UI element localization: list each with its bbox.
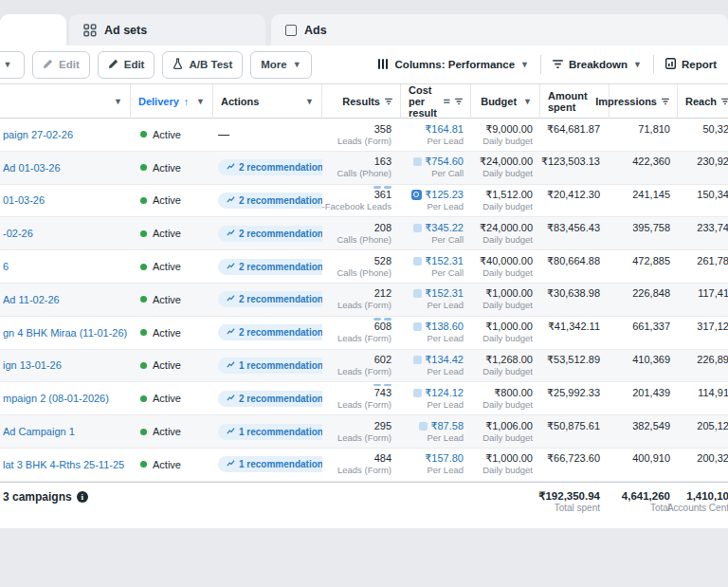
campaign-name-link[interactable]: Ad Campaign 1 [3, 426, 75, 437]
amount-spent-cell: ₹80,664.88 [540, 250, 610, 283]
cost-value-row: ₹345.22 [413, 222, 464, 234]
cost-bar-icon [413, 389, 422, 397]
tab-ads-label: Ads [304, 24, 327, 37]
table-row[interactable]: lat 3 BHK 4-Rths 25-11-25Active1 recomme… [0, 449, 728, 482]
amount-spent-value: ₹83,456.43 [547, 222, 600, 234]
cost-unit-label: Per Call [431, 234, 464, 246]
table-row[interactable]: -02-26Active2 recommendations208Calls (P… [0, 217, 728, 250]
cost-value[interactable]: ₹152.31 [425, 255, 464, 267]
recommendations-badge[interactable]: 2 recommendations [218, 226, 322, 242]
table-row[interactable]: paign 27-02-26Active—358Leads (Form)₹164… [0, 119, 728, 152]
campaign-name-link[interactable]: 6 [3, 261, 9, 272]
recommendations-badge[interactable]: 2 recommendations [218, 159, 322, 175]
delivery-cell: Active [131, 152, 213, 184]
funnel-icon [553, 59, 563, 71]
table-row[interactable]: mpaign 2 (08-01-2026)Active2 recommendat… [0, 382, 728, 415]
reach-cell: 317,12 [678, 317, 728, 349]
edit-button-disabled[interactable]: Edit [32, 51, 90, 79]
table-row[interactable]: Ad 11-02-26Active2 recommendations212Lea… [0, 284, 728, 317]
budget-type-label: Daily budget [482, 333, 533, 344]
cost-value[interactable]: ₹345.22 [425, 222, 464, 234]
results-type-label: Leads (Form) [337, 366, 391, 377]
report-button[interactable]: Report [653, 55, 728, 74]
toolbar: ▼ Edit Edit A/B Test More ▼ Columns: Per… [0, 46, 728, 83]
table-row[interactable]: gn 4 BHK Miraa (11-01-26)Active2 recomme… [0, 317, 728, 350]
cost-value[interactable]: ₹125.23 [425, 189, 464, 201]
recommendations-badge[interactable]: 2 recommendations [218, 193, 322, 209]
active-status-dot-icon [140, 197, 147, 204]
column-header-budget[interactable]: Budget ▼ [471, 84, 540, 119]
trend-up-icon [227, 195, 235, 206]
results-type-label: On-Facebook Leads [322, 201, 391, 212]
cost-value[interactable]: ₹134.42 [425, 354, 464, 366]
dropdown-button[interactable]: ▼ [0, 51, 25, 79]
recommendations-badge-label: 2 recommendations [239, 327, 322, 338]
column-header-delivery[interactable]: Delivery ↑ ▼ [131, 84, 213, 119]
info-icon[interactable]: i [77, 491, 88, 503]
recommendations-badge[interactable]: 2 recommendations [218, 291, 322, 307]
campaign-name-link[interactable]: 01-03-26 [3, 194, 45, 206]
budget-value: ₹1,000.00 [485, 321, 533, 333]
campaign-name-cell: 6 [0, 250, 131, 283]
table-row[interactable]: Ad 01-03-26Active2 recommendations163Cal… [0, 152, 728, 185]
results-type-label: Leads (Form) [337, 399, 391, 411]
campaign-name-link[interactable]: Ad 11-02-26 [3, 294, 60, 305]
cost-value[interactable]: ₹164.81 [425, 123, 464, 136]
campaign-name-link[interactable]: -02-26 [3, 228, 33, 239]
delivery-cell: Active [131, 382, 213, 414]
delivery-status-label: Active [153, 162, 181, 174]
campaign-name-link[interactable]: gn 4 BHK Miraa (11-01-26) [3, 327, 127, 339]
recommendations-badge[interactable]: 1 recommendation [218, 358, 322, 374]
recommendations-badge[interactable]: 2 recommendations [218, 324, 322, 340]
campaign-name-cell: ign 13-01-26 [0, 350, 131, 382]
cost-value[interactable]: ₹124.12 [425, 387, 464, 399]
trend-up-icon [227, 427, 235, 437]
campaign-name-link[interactable]: Ad 01-03-26 [3, 162, 61, 174]
recommendations-badge[interactable]: 2 recommendations [218, 259, 322, 275]
table-footer: 3 campaigns i ₹192,350.94 Total spent 4,… [0, 482, 728, 525]
campaign-name-link[interactable]: ign 13-01-26 [3, 359, 62, 371]
impressions-value: 382,549 [632, 420, 670, 432]
impressions-value: 201,439 [632, 387, 670, 399]
table-row[interactable]: 01-03-26Active2 recommendations361On-Fac… [0, 185, 728, 218]
recommendations-badge[interactable]: 1 recommendation [218, 424, 322, 440]
campaign-name-link[interactable]: mpaign 2 (08-01-2026) [3, 393, 109, 404]
table-row[interactable]: ign 13-01-26Active1 recommendation602Lea… [0, 350, 728, 383]
recommendations-badge[interactable]: 2 recommendations [218, 391, 322, 407]
column-header-reach[interactable]: Reach [678, 84, 728, 119]
campaign-name-link[interactable]: paign 27-02-26 [3, 129, 73, 140]
cost-info-badge-icon[interactable] [411, 190, 422, 200]
breakdown-button[interactable]: Breakdown ▼ [540, 55, 653, 74]
budget-value: ₹9,000.00 [485, 123, 533, 136]
ab-test-button[interactable]: A/B Test [162, 51, 243, 79]
recommendations-badge[interactable]: 1 recommendation [218, 456, 322, 472]
table-row[interactable]: 6Active2 recommendations528Calls (Phone)… [0, 250, 728, 284]
actions-cell: 2 recommendations [213, 382, 322, 414]
results-type-label: Calls (Phone) [337, 168, 391, 179]
actions-cell: — [213, 119, 322, 151]
column-header-actions[interactable]: Actions ▼ [213, 84, 322, 119]
cost-value[interactable]: ₹87.58 [430, 420, 464, 432]
campaign-name-cell: Ad 01-03-26 [0, 152, 131, 184]
tab-campaigns[interactable] [0, 14, 66, 46]
results-cell: 208Calls (Phone) [322, 217, 401, 249]
budget-cell: ₹24,000.00Daily budget [471, 152, 540, 184]
delivery-status-label: Active [153, 359, 181, 371]
tab-ads[interactable]: Ads [271, 14, 728, 46]
column-header-impressions[interactable]: Impressions [610, 84, 678, 119]
edit-button[interactable]: Edit [98, 51, 155, 79]
table-row[interactable]: Ad Campaign 1Active1 recommendation295Le… [0, 415, 728, 449]
reach-cell: 200,32 [678, 449, 728, 481]
tab-ad-sets[interactable]: Ad sets [69, 14, 265, 46]
columns-button[interactable]: Columns: Performance ▼ [367, 55, 540, 74]
column-header-results[interactable]: Results [322, 84, 401, 119]
column-header-campaign[interactable]: ▼ [0, 84, 131, 119]
budget-type-label: Daily budget [482, 465, 533, 476]
column-header-cost-per-result[interactable]: Cost per result [401, 84, 471, 119]
cost-value[interactable]: ₹138.60 [425, 321, 464, 333]
campaign-name-link[interactable]: lat 3 BHK 4-Rths 25-11-25 [3, 459, 124, 470]
cost-value[interactable]: ₹754.60 [425, 156, 464, 168]
cost-value[interactable]: ₹152.31 [425, 287, 464, 300]
more-button[interactable]: More ▼ [250, 51, 311, 79]
cost-value[interactable]: ₹157.80 [425, 452, 464, 465]
